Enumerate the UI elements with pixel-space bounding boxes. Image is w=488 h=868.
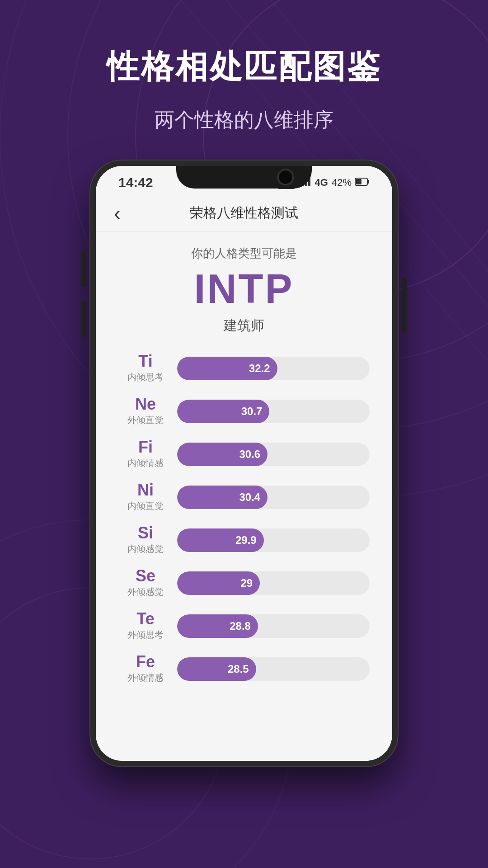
trait-bar-container-se: 29 (177, 571, 370, 595)
trait-desc-se: 外倾感觉 (118, 586, 173, 598)
trait-value-si: 29.9 (235, 534, 257, 547)
trait-bar-container-te: 28.8 (177, 614, 370, 638)
trait-desc-fe: 外倾情感 (118, 672, 173, 684)
trait-abbr-fi: Fi (118, 439, 173, 455)
trait-label-ne: Ne 外倾直觉 (118, 396, 173, 426)
personality-name: 建筑师 (118, 316, 370, 335)
trait-label-fi: Fi 内倾情感 (118, 439, 173, 469)
trait-desc-ti: 内倾思考 (118, 371, 173, 383)
trait-item-se: Se 外倾感觉 29 (118, 568, 370, 598)
network-type: 4G (315, 177, 328, 189)
trait-label-ti: Ti 内倾思考 (118, 353, 173, 383)
back-button[interactable]: ‹ (114, 202, 121, 225)
trait-desc-si: 内倾感觉 (118, 543, 173, 555)
camera (277, 169, 294, 185)
trait-value-te: 28.8 (230, 620, 251, 632)
svg-rect-14 (367, 180, 369, 184)
app-header: ‹ 荣格八维性格测试 (96, 195, 392, 232)
trait-item-ni: Ni 内倾直觉 30.4 (118, 482, 370, 512)
trait-bar-fill-se: 29 (177, 571, 260, 595)
trait-bar-fill-ni: 30.4 (177, 486, 267, 509)
status-time: 14:42 (118, 175, 153, 190)
trait-bar-fill-ti: 32.2 (177, 357, 277, 380)
trait-bar-fill-si: 29.9 (177, 528, 264, 552)
trait-abbr-ti: Ti (118, 353, 173, 369)
trait-bar-fill-ne: 30.7 (177, 400, 269, 423)
trait-value-fi: 30.6 (239, 448, 261, 461)
phone-button-vol-down (81, 301, 86, 337)
trait-value-se: 29 (240, 577, 253, 590)
trait-item-fi: Fi 内倾情感 30.6 (118, 439, 370, 469)
phone-button-power (402, 278, 407, 332)
phone-frame: 14:42 HD 4G 42% (90, 160, 398, 766)
trait-label-te: Te 外倾思考 (118, 611, 173, 641)
trait-label-se: Se 外倾感觉 (118, 568, 173, 598)
trait-abbr-si: Si (118, 525, 173, 541)
trait-bar-fill-te: 28.8 (177, 614, 258, 638)
trait-abbr-ne: Ne (118, 396, 173, 412)
trait-desc-fi: 内倾情感 (118, 457, 173, 469)
trait-abbr-fe: Fe (118, 654, 173, 670)
trait-abbr-te: Te (118, 611, 173, 627)
trait-abbr-ni: Ni (118, 482, 173, 498)
trait-bar-container-ne: 30.7 (177, 400, 370, 423)
personality-label: 你的人格类型可能是 (118, 245, 370, 261)
app-content: 你的人格类型可能是 INTP 建筑师 Ti 内倾思考 32.2 Ne 外倾直觉 … (96, 232, 392, 761)
trait-bar-container-fe: 28.5 (177, 657, 370, 681)
trait-value-ne: 30.7 (241, 405, 263, 418)
phone-notch (176, 166, 312, 189)
trait-label-ni: Ni 内倾直觉 (118, 482, 173, 512)
trait-item-si: Si 内倾感觉 29.9 (118, 525, 370, 555)
trait-value-ti: 32.2 (249, 362, 270, 375)
trait-list: Ti 内倾思考 32.2 Ne 外倾直觉 30.7 Fi 内倾情感 30.6 (118, 353, 370, 684)
svg-rect-15 (356, 179, 361, 184)
trait-bar-container-si: 29.9 (177, 528, 370, 552)
trait-item-ne: Ne 外倾直觉 30.7 (118, 396, 370, 426)
trait-desc-te: 外倾思考 (118, 629, 173, 641)
trait-bar-fill-fi: 30.6 (177, 443, 267, 466)
trait-bar-container-fi: 30.6 (177, 443, 370, 466)
trait-item-fe: Fe 外倾情感 28.5 (118, 654, 370, 684)
trait-value-fe: 28.5 (228, 663, 249, 675)
page-subtitle: 两个性格的八维排序 (155, 107, 333, 133)
trait-label-fe: Fe 外倾情感 (118, 654, 173, 684)
trait-desc-ne: 外倾直觉 (118, 414, 173, 426)
trait-bar-container-ti: 32.2 (177, 357, 370, 380)
battery-icon (355, 177, 370, 189)
trait-desc-ni: 内倾直觉 (118, 500, 173, 512)
phone-mockup: 14:42 HD 4G 42% (90, 160, 398, 766)
trait-bar-container-ni: 30.4 (177, 486, 370, 509)
trait-item-ti: Ti 内倾思考 32.2 (118, 353, 370, 383)
trait-value-ni: 30.4 (239, 491, 261, 504)
phone-screen: 14:42 HD 4G 42% (96, 166, 392, 761)
trait-bar-fill-fe: 28.5 (177, 657, 256, 681)
app-header-title: 荣格八维性格测试 (190, 204, 298, 222)
trait-item-te: Te 外倾思考 28.8 (118, 611, 370, 641)
trait-label-si: Si 内倾感觉 (118, 525, 173, 555)
battery-percent: 42% (332, 177, 352, 189)
page-wrapper: 性格相处匹配图鉴 两个性格的八维排序 14:42 HD (0, 0, 488, 766)
phone-button-vol-up (81, 251, 86, 287)
trait-abbr-se: Se (118, 568, 173, 584)
personality-type: INTP (118, 269, 370, 309)
page-title: 性格相处匹配图鉴 (107, 45, 381, 89)
